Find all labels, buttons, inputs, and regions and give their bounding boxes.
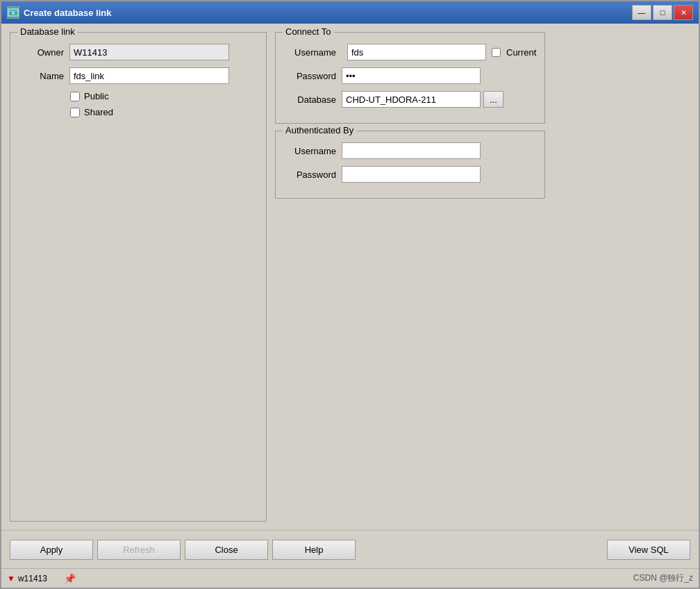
- shared-row: Shared: [70, 107, 258, 117]
- status-left: ▼ w11413 📌: [7, 573, 633, 584]
- window-title: Create database link: [24, 8, 632, 18]
- status-watermark: CSDN @独行_z: [633, 572, 693, 584]
- auth-password-label: Password: [284, 169, 336, 180]
- close-button[interactable]: Close: [185, 540, 268, 560]
- connect-database-input[interactable]: [342, 91, 481, 108]
- right-panels: Connect To Username Current Password Dat…: [275, 32, 545, 522]
- connect-database-row: Database ...: [284, 91, 536, 108]
- minimize-button[interactable]: —: [632, 5, 651, 20]
- main-window: Create database link — □ ✕ Database link…: [0, 0, 700, 589]
- name-row: Name: [19, 67, 258, 84]
- status-user: w11413: [18, 574, 47, 583]
- database-link-title: Database link: [17, 26, 78, 37]
- current-checkbox[interactable]: [492, 48, 501, 57]
- auth-username-input[interactable]: [342, 142, 481, 159]
- title-bar: Create database link — □ ✕: [1, 1, 699, 24]
- connect-username-input[interactable]: [347, 44, 486, 60]
- auth-password-row: Password: [284, 166, 536, 183]
- help-button[interactable]: Help: [272, 540, 356, 560]
- auth-username-row: Username: [284, 142, 536, 159]
- public-label: Public: [84, 91, 108, 101]
- action-buttons: Apply Refresh Close Help: [10, 540, 607, 560]
- connect-username-label: Username: [284, 47, 336, 58]
- public-row: Public: [70, 91, 258, 101]
- current-label: Current: [506, 47, 536, 58]
- connect-to-panel: Connect To Username Current Password Dat…: [275, 32, 545, 124]
- main-area: Database link Owner Name Public Shared: [10, 32, 690, 522]
- connect-password-input[interactable]: [342, 67, 481, 84]
- shared-checkbox[interactable]: [70, 108, 80, 117]
- name-label: Name: [19, 71, 64, 81]
- connect-to-title: Connect To: [283, 26, 334, 37]
- status-bar: ▼ w11413 📌 CSDN @独行_z: [1, 568, 699, 588]
- authenticated-by-panel: Authenticated By Username Password: [275, 131, 545, 199]
- connect-database-label: Database: [284, 94, 336, 105]
- owner-row: Owner: [19, 44, 258, 60]
- connect-password-row: Password: [284, 67, 536, 84]
- owner-label: Owner: [19, 47, 64, 58]
- refresh-button[interactable]: Refresh: [97, 540, 181, 560]
- owner-input[interactable]: [69, 44, 229, 60]
- database-browse-button[interactable]: ...: [483, 91, 503, 108]
- name-input[interactable]: [69, 67, 229, 84]
- view-sql-button[interactable]: View SQL: [607, 540, 690, 560]
- maximize-button[interactable]: □: [653, 5, 672, 20]
- bottom-bar: Apply Refresh Close Help View SQL: [1, 530, 699, 568]
- svg-point-2: [12, 12, 15, 15]
- window-icon: [7, 6, 19, 19]
- connect-password-label: Password: [284, 71, 336, 81]
- authenticated-by-title: Authenticated By: [283, 125, 356, 135]
- connect-username-row: Username Current: [284, 44, 536, 60]
- database-link-panel: Database link Owner Name Public Shared: [10, 32, 267, 522]
- pin-icon: 📌: [64, 573, 76, 584]
- auth-username-label: Username: [284, 146, 336, 156]
- close-window-button[interactable]: ✕: [674, 5, 693, 20]
- shared-label: Shared: [84, 107, 113, 117]
- window-controls: — □ ✕: [632, 5, 693, 20]
- apply-button[interactable]: Apply: [10, 540, 93, 560]
- auth-password-input[interactable]: [342, 166, 481, 183]
- window-content: Database link Owner Name Public Shared: [1, 24, 699, 530]
- status-arrow-icon: ▼: [7, 574, 15, 583]
- public-checkbox[interactable]: [70, 92, 80, 101]
